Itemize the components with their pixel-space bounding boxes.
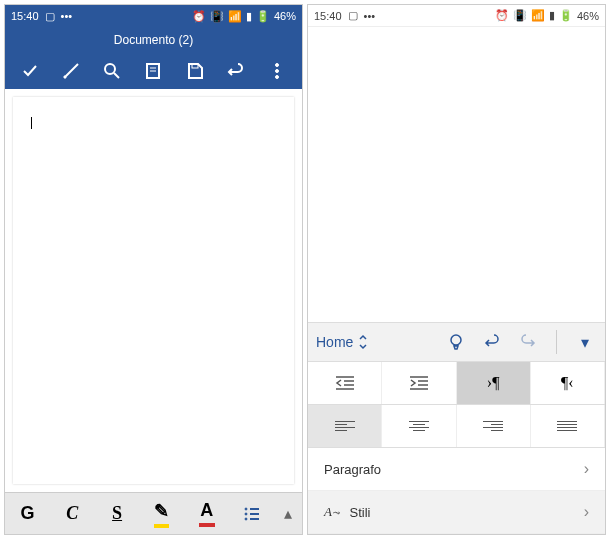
wifi-icon: 📶 xyxy=(531,9,545,22)
rtl-paragraph-button[interactable]: ¶‹ xyxy=(531,362,605,404)
undo-button[interactable] xyxy=(224,59,248,83)
align-right-button[interactable] xyxy=(457,405,531,447)
vibrate-icon: 📳 xyxy=(210,10,224,23)
alarm-icon: ⏰ xyxy=(495,9,509,22)
text-cursor xyxy=(31,117,32,129)
align-left-button[interactable] xyxy=(308,405,382,447)
wifi-icon: 📶 xyxy=(228,10,242,23)
battery-level: 46% xyxy=(577,10,599,22)
svg-point-8 xyxy=(276,76,279,79)
font-color-icon: A xyxy=(199,500,215,527)
battery-icon: 🔋 xyxy=(559,9,573,22)
ribbon-bar: Home ▾ xyxy=(308,322,605,362)
bullet-list-button[interactable] xyxy=(229,493,274,534)
signal-icon: ▮ xyxy=(246,10,252,23)
search-button[interactable] xyxy=(100,59,124,83)
ribbon-tab-selector[interactable]: Home xyxy=(316,334,369,350)
document-canvas[interactable] xyxy=(316,35,597,314)
align-justify-button[interactable] xyxy=(531,405,605,447)
pen-toggle-button[interactable] xyxy=(59,59,83,83)
ltr-paragraph-button[interactable]: ›¶ xyxy=(457,362,531,404)
undo-button[interactable] xyxy=(480,330,504,354)
bold-button[interactable]: G xyxy=(5,493,50,534)
cast-icon: ▢ xyxy=(45,10,55,23)
indent-button[interactable] xyxy=(382,362,456,404)
font-color-button[interactable]: A xyxy=(184,493,229,534)
more-icon: ••• xyxy=(61,10,73,22)
svg-point-11 xyxy=(245,513,247,515)
confirm-button[interactable] xyxy=(18,59,42,83)
redo-button[interactable] xyxy=(516,330,540,354)
tell-me-button[interactable] xyxy=(444,330,468,354)
more-icon: ••• xyxy=(364,10,376,22)
save-button[interactable] xyxy=(183,59,207,83)
status-bar: 15:40 ▢ ••• ⏰ 📳 📶 ▮ 🔋 46% xyxy=(5,5,302,27)
collapse-ribbon-button[interactable]: ▾ xyxy=(573,330,597,354)
align-center-button[interactable] xyxy=(382,405,456,447)
italic-button[interactable]: C xyxy=(50,493,95,534)
svg-point-0 xyxy=(105,64,115,74)
status-time: 15:40 xyxy=(314,10,342,22)
expand-toolbar-button[interactable]: ▴ xyxy=(274,504,302,523)
overflow-menu-button[interactable] xyxy=(265,59,289,83)
chevron-right-icon: › xyxy=(584,503,589,521)
paragraph-row[interactable]: Paragrafo › xyxy=(308,448,605,491)
cast-icon: ▢ xyxy=(348,9,358,22)
phone-left: 15:40 ▢ ••• ⏰ 📳 📶 ▮ 🔋 46% Documento (2) … xyxy=(4,4,303,535)
alignment-row xyxy=(308,405,605,448)
highlight-button[interactable]: ✎ xyxy=(139,493,184,534)
vibrate-icon: 📳 xyxy=(513,9,527,22)
svg-point-6 xyxy=(276,64,279,67)
battery-level: 46% xyxy=(274,10,296,22)
signal-icon: ▮ xyxy=(549,9,555,22)
top-toolbar xyxy=(5,53,302,89)
document-canvas[interactable] xyxy=(13,97,294,484)
ribbon-tab-label: Home xyxy=(316,334,353,350)
chevron-updown-icon xyxy=(357,334,369,350)
format-toolbar: G C S ✎ A ▴ xyxy=(5,492,302,534)
svg-point-13 xyxy=(245,518,247,520)
svg-point-9 xyxy=(245,508,247,510)
svg-point-7 xyxy=(276,70,279,73)
separator xyxy=(556,330,557,354)
status-bar: 15:40 ▢ ••• ⏰ 📳 📶 ▮ 🔋 46% xyxy=(308,5,605,27)
reading-view-button[interactable] xyxy=(141,59,165,83)
indent-row: ›¶ ¶‹ xyxy=(308,362,605,405)
svg-line-1 xyxy=(114,73,119,78)
phone-right: 15:40 ▢ ••• ⏰ 📳 📶 ▮ 🔋 46% Home ▾ ›¶ xyxy=(307,4,606,535)
alarm-icon: ⏰ xyxy=(192,10,206,23)
battery-icon: 🔋 xyxy=(256,10,270,23)
styles-label: Stili xyxy=(350,505,371,520)
highlight-icon: ✎ xyxy=(154,500,169,528)
paragraph-label: Paragrafo xyxy=(324,462,381,477)
document-title: Documento (2) xyxy=(5,27,302,53)
styles-icon: A⤳ xyxy=(324,504,340,520)
outdent-button[interactable] xyxy=(308,362,382,404)
underline-button[interactable]: S xyxy=(95,493,140,534)
status-time: 15:40 xyxy=(11,10,39,22)
styles-row[interactable]: A⤳ Stili › xyxy=(308,491,605,534)
chevron-right-icon: › xyxy=(584,460,589,478)
